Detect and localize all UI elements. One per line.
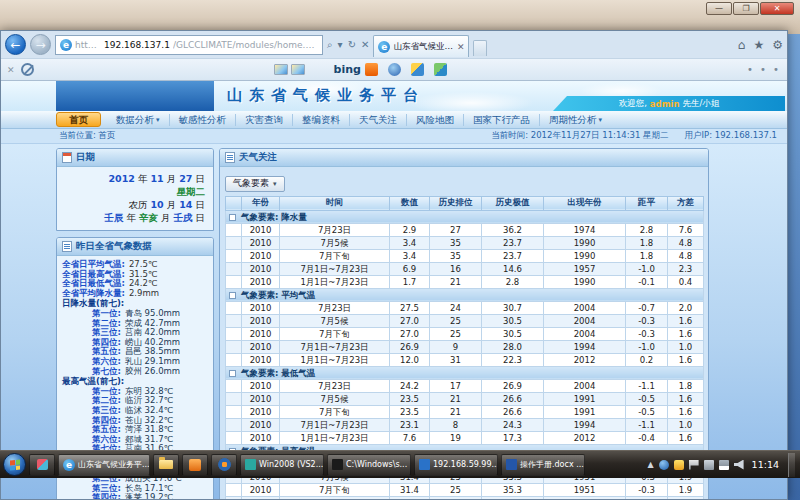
table-row[interactable]: 20107月1日~7月23日26.9928.01994-1.01.0 bbox=[226, 340, 704, 353]
table-cell: 21 bbox=[430, 405, 482, 418]
pinned-app-icon[interactable] bbox=[29, 454, 55, 476]
forward-button[interactable]: → bbox=[30, 34, 51, 55]
tray-expand-icon[interactable]: ▲ bbox=[647, 460, 653, 469]
toolbar-image-icon[interactable] bbox=[274, 64, 288, 75]
ie-icon: e bbox=[63, 459, 75, 471]
table-cell: 1974 bbox=[544, 223, 626, 236]
media-player-icon[interactable] bbox=[211, 454, 237, 476]
expand-icon[interactable] bbox=[229, 214, 236, 221]
nav-item[interactable]: 风险地图 bbox=[407, 114, 464, 126]
table-cell: 1.6 bbox=[668, 314, 704, 327]
toolbar-mail-icon[interactable] bbox=[291, 64, 305, 75]
table-cell: 1.6 bbox=[668, 392, 704, 405]
toolbar-camera-icon[interactable] bbox=[388, 63, 401, 76]
toolbar-share-icon[interactable] bbox=[411, 63, 424, 76]
nav-item[interactable]: 数据分析▾ bbox=[107, 114, 170, 126]
rank-label: 第七位: bbox=[92, 367, 121, 377]
chevron-down-icon: ▾ bbox=[599, 114, 603, 126]
table-cell: 26.6 bbox=[482, 392, 544, 405]
address-bar[interactable]: e http://192.168.137.1/GLCCLIMATE/module… bbox=[55, 35, 323, 55]
status-bar: 当前位置: 首页 当前时间: 2012年11月27日 11:14:31 星期二 … bbox=[1, 129, 787, 144]
tray-network-icon[interactable] bbox=[719, 460, 729, 470]
taskbar-task-button[interactable]: 操作手册.docx ... bbox=[501, 454, 585, 476]
taskbar-task-button[interactable]: C:\Windows\s... bbox=[327, 454, 411, 476]
element-filter-button[interactable]: 气象要素 ▾ bbox=[225, 176, 285, 192]
maximize-button[interactable]: ❐ bbox=[733, 2, 759, 15]
table-row[interactable]: 20107月1日~7月23日31.5933.01987-1.01.1 bbox=[226, 496, 704, 499]
tray-display-icon[interactable] bbox=[704, 460, 714, 470]
explorer-folder-icon[interactable] bbox=[153, 454, 179, 476]
ie-icon: e bbox=[60, 39, 72, 51]
tray-app-icon[interactable] bbox=[659, 460, 669, 470]
table-cell: 14.6 bbox=[482, 262, 544, 275]
table-cell: 24.2 bbox=[390, 379, 430, 392]
back-button[interactable]: ← bbox=[5, 34, 26, 55]
rank-value: 胶州 26.0mm bbox=[125, 367, 180, 377]
home-icon[interactable]: ⌂ bbox=[738, 38, 746, 52]
table-cell: 25 bbox=[430, 483, 482, 496]
table-cell: 23.5 bbox=[390, 392, 430, 405]
nav-item[interactable]: 国家下行产品 bbox=[464, 114, 540, 126]
table-row[interactable]: 20107月5候3.43523.719901.84.8 bbox=[226, 236, 704, 249]
expand-icon[interactable] bbox=[229, 370, 236, 377]
nav-item[interactable]: 周期性分析▾ bbox=[540, 114, 611, 126]
table-row[interactable]: 20107月下旬27.02530.52004-0.31.6 bbox=[226, 327, 704, 340]
table-row[interactable]: 20107月23日27.52430.72004-0.72.0 bbox=[226, 301, 704, 314]
minimize-button[interactable]: — bbox=[706, 2, 732, 15]
table-row[interactable]: 20107月下旬31.42535.31951-0.31.9 bbox=[226, 483, 704, 496]
table-cell: 2010 bbox=[242, 223, 280, 236]
table-row[interactable]: 20107月下旬3.43523.719901.84.8 bbox=[226, 249, 704, 262]
taskbar-clock[interactable]: 11:14 bbox=[752, 459, 779, 470]
nav-item[interactable]: 整编资料 bbox=[293, 114, 350, 126]
table-group-header[interactable]: 气象要素: 平均气温 bbox=[226, 288, 704, 301]
tab-close-icon[interactable]: ✕ bbox=[457, 42, 465, 52]
table-row[interactable]: 20107月下旬23.52126.61991-0.51.6 bbox=[226, 405, 704, 418]
tray-alert-icon[interactable] bbox=[674, 460, 684, 470]
show-desktop-button[interactable] bbox=[788, 453, 795, 477]
table-group-header[interactable]: 气象要素: 最低气温 bbox=[226, 366, 704, 379]
welcome-suffix: 先生/小姐 bbox=[682, 98, 719, 110]
search-icon[interactable]: ⌕ bbox=[327, 39, 333, 51]
start-button[interactable] bbox=[3, 453, 26, 476]
table-cell: 1990 bbox=[544, 249, 626, 262]
table-row[interactable]: 20107月5候27.02530.52004-0.31.6 bbox=[226, 314, 704, 327]
taskbar-task-button[interactable]: Win2008 (VS2... bbox=[240, 454, 324, 476]
table-row[interactable]: 20101月1日~7月23日1.7212.81990-0.10.4 bbox=[226, 275, 704, 288]
tray-flag-icon[interactable] bbox=[689, 460, 699, 470]
favorites-star-icon[interactable]: ★ bbox=[753, 38, 764, 52]
toolbar-overflow-icon[interactable]: • • • bbox=[747, 64, 781, 75]
table-row[interactable]: 20107月23日2.92736.219742.87.6 bbox=[226, 223, 704, 236]
taskbar-task-button[interactable]: 192.168.59.99... bbox=[414, 454, 498, 476]
document-icon bbox=[62, 241, 72, 252]
toolbar-app-icon[interactable] bbox=[365, 63, 378, 76]
blocked-icon[interactable] bbox=[21, 63, 34, 76]
table-cell: 1957 bbox=[544, 262, 626, 275]
table-row[interactable]: 20101月1日~7月23日7.61917.32012-0.41.6 bbox=[226, 431, 704, 444]
user-ip: 用户IP: 192.168.137.1 bbox=[685, 130, 777, 142]
table-row[interactable]: 20101月1日~7月23日12.03122.320120.21.6 bbox=[226, 353, 704, 366]
new-tab-button[interactable] bbox=[473, 40, 487, 56]
expand-icon[interactable] bbox=[229, 292, 236, 299]
taskbar-app-icon[interactable] bbox=[182, 454, 208, 476]
toolbar-people-icon[interactable] bbox=[434, 63, 447, 76]
close-sidebar-icon[interactable]: ✕ bbox=[7, 65, 15, 75]
table-cell: 21 bbox=[430, 392, 482, 405]
nav-item[interactable]: 天气关注 bbox=[350, 114, 407, 126]
close-button[interactable]: ✕ bbox=[760, 2, 794, 15]
taskbar-ie-task[interactable]: e 山东省气候业务平... bbox=[58, 454, 150, 476]
bing-logo[interactable]: bing bbox=[334, 63, 361, 76]
nav-item[interactable]: 首页 bbox=[56, 112, 101, 127]
table-row[interactable]: 20107月1日~7月23日6.91614.61957-1.02.3 bbox=[226, 262, 704, 275]
table-group-header[interactable]: 气象要素: 降水量 bbox=[226, 210, 704, 223]
stop-icon[interactable]: ✕ bbox=[361, 39, 369, 50]
table-row[interactable]: 20107月23日24.21726.92004-1.11.8 bbox=[226, 379, 704, 392]
nav-item[interactable]: 敏感性分析 bbox=[170, 114, 237, 126]
tray-volume-icon[interactable] bbox=[734, 460, 744, 470]
table-row[interactable]: 20107月5候23.52126.61991-0.51.6 bbox=[226, 392, 704, 405]
table-row[interactable]: 20107月1日~7月23日23.1824.31994-1.11.0 bbox=[226, 418, 704, 431]
settings-gear-icon[interactable]: ⚙ bbox=[772, 38, 783, 52]
refresh-icon[interactable]: ↻ bbox=[348, 39, 356, 50]
nav-item[interactable]: 灾害查询 bbox=[236, 114, 293, 126]
chevron-down-icon[interactable]: ▾ bbox=[338, 39, 343, 50]
browser-tab[interactable]: e 山东省气候业务平... ✕ bbox=[373, 35, 469, 57]
